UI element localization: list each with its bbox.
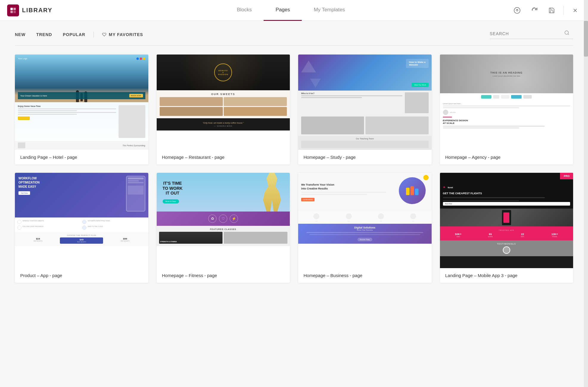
- thumb-app: WORKFLOWOPTIMIZATIONMADE EASY Get Now: [15, 173, 148, 268]
- save-button[interactable]: [546, 5, 557, 16]
- thumb-mobile: PRO ✈ foret GET THE CHEAPEST FLIGHTS Boo…: [440, 173, 573, 268]
- hotel-banner: Your Dream Vacation is Here BOOK NOW: [18, 92, 145, 99]
- search-input[interactable]: [490, 31, 561, 36]
- thumb-restaurant: BONATO✦PASSION OUR SWEETS "Only food, se…: [157, 55, 290, 150]
- svg-rect-1: [13, 8, 16, 10]
- hotel-content-left: Enjoy Some Vaca-Time: [18, 105, 116, 138]
- card-label-restaurant: Homepage – Restaurant - page: [157, 150, 290, 164]
- logo-icon: [7, 4, 19, 16]
- filter-bar: NEW TREND POPULAR MY FAVORITES: [15, 30, 573, 46]
- thumb-agency: THIS IS AN HEADING Lorem ipsum placehold…: [440, 55, 573, 150]
- tab-blocks[interactable]: Blocks: [225, 0, 264, 21]
- rest-sweets: OUR SWEETS: [157, 90, 290, 118]
- card-mobile[interactable]: PRO ✈ foret GET THE CHEAPEST FLIGHTS Boo…: [440, 173, 573, 283]
- tab-my-templates[interactable]: My Templates: [302, 0, 357, 21]
- svg-rect-3: [13, 11, 16, 13]
- card-agency[interactable]: THIS IS AN HEADING Lorem ipsum placehold…: [440, 55, 573, 164]
- tab-pages[interactable]: Pages: [264, 0, 302, 21]
- scrollbar[interactable]: [584, 0, 588, 387]
- filter-favorites[interactable]: MY FAVORITES: [97, 30, 148, 39]
- card-label-fitness: Homepage – Fitness - page: [157, 268, 290, 283]
- filter-separator: [94, 32, 94, 38]
- thumb-hotel: Your Logo Your Dream Vacation is Here BO…: [15, 55, 148, 150]
- card-study[interactable]: How to Make aWebsite View Our Work Who i…: [298, 55, 432, 164]
- card-label-business: Homepage – Business - page: [298, 268, 432, 283]
- card-fitness[interactable]: IT'S TIMETO WORKIT OUT Book A Class ♻ ♡ …: [157, 173, 290, 283]
- card-label-mobile: Landing Page – Mobile App 3 - page: [440, 268, 573, 283]
- nav-tabs: Blocks Pages My Templates: [70, 0, 511, 21]
- svg-line-9: [568, 34, 569, 35]
- card-label-app: Product – App - page: [15, 268, 148, 283]
- pro-badge: PRO: [560, 173, 573, 179]
- close-button[interactable]: [570, 5, 581, 16]
- filter-new[interactable]: NEW: [15, 30, 31, 39]
- favorites-label: MY FAVORITES: [109, 32, 143, 37]
- header-divider: [563, 6, 564, 15]
- card-label-hotel: Landing Page – Hotel - page: [15, 150, 148, 164]
- card-label-study: Homepage – Study - page: [298, 150, 432, 164]
- thumb-business: We Transform Your Visioninto Creative Re…: [298, 173, 432, 268]
- logo-text: LIBRARY: [22, 7, 52, 14]
- card-label-agency: Homepage – Agency - page: [440, 150, 573, 164]
- filter-popular[interactable]: POPULAR: [57, 30, 91, 39]
- hotel-content-right: [119, 105, 145, 138]
- card-app[interactable]: WORKFLOWOPTIMIZATIONMADE EASY Get Now: [15, 173, 148, 283]
- header-actions: [511, 5, 581, 16]
- refresh-button[interactable]: [529, 5, 540, 16]
- upload-button[interactable]: [511, 5, 523, 16]
- header: LIBRARY Blocks Pages My Templates: [0, 0, 588, 21]
- thumb-study: How to Make aWebsite View Our Work Who i…: [298, 55, 432, 150]
- scrollbar-thumb[interactable]: [584, 21, 588, 57]
- thumb-fitness: IT'S TIMETO WORKIT OUT Book A Class ♻ ♡ …: [157, 173, 290, 268]
- template-grid: Your Logo Your Dream Vacation is Here BO…: [15, 55, 573, 283]
- logo-area: LIBRARY: [7, 4, 52, 16]
- card-hotel[interactable]: Your Logo Your Dream Vacation is Here BO…: [15, 55, 148, 164]
- svg-rect-2: [10, 11, 13, 13]
- svg-point-8: [565, 31, 568, 34]
- search-button[interactable]: [564, 30, 570, 37]
- svg-rect-0: [10, 8, 13, 10]
- card-restaurant[interactable]: BONATO✦PASSION OUR SWEETS "Only food, se…: [157, 55, 290, 164]
- card-business[interactable]: We Transform Your Visioninto Creative Re…: [298, 173, 432, 283]
- hotel-logo: Your Logo: [18, 57, 27, 60]
- hotel-social-dots: [136, 57, 145, 60]
- search-area: [490, 30, 573, 39]
- content-area: NEW TREND POPULAR MY FAVORITES: [0, 21, 588, 387]
- filter-trend[interactable]: TREND: [31, 30, 57, 39]
